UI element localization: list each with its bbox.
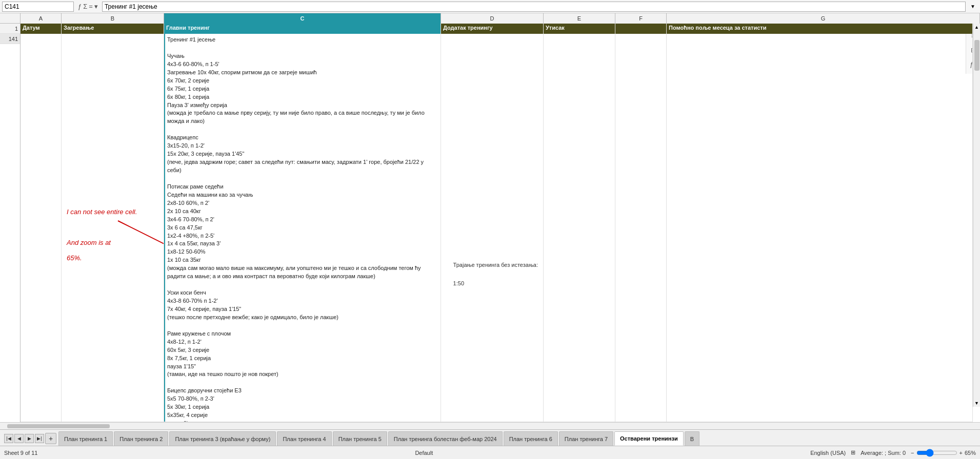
sheet-tab-3[interactable]: План тренинга 3 (враћање у форму) bbox=[169, 431, 276, 446]
cell-d141[interactable]: Трајање тренинга без истезања: 1:50 bbox=[441, 34, 544, 422]
sheet-tab-4[interactable]: План тренинга 4 bbox=[277, 431, 331, 446]
trailing-info-value: 1:50 bbox=[453, 280, 538, 286]
corner-cell bbox=[0, 13, 21, 23]
annotation-line3: 65%. bbox=[67, 254, 82, 262]
zoom-level: 65% bbox=[965, 450, 976, 456]
trailing-info-label: Трајање тренинга без истезања: bbox=[453, 262, 538, 268]
equals-icon[interactable]: = bbox=[89, 3, 93, 10]
header-cell-a: Датум bbox=[21, 24, 62, 34]
tab-last-btn[interactable]: ▶| bbox=[35, 434, 44, 443]
col-header-a[interactable]: A bbox=[21, 13, 62, 24]
zoom-slider[interactable] bbox=[916, 449, 957, 457]
zoom-control: − + 65% bbox=[911, 449, 976, 457]
row-num-1: 1 bbox=[0, 24, 20, 34]
formula-bar: ƒ Σ = ▾ ▼ bbox=[0, 0, 980, 13]
formula-expand-btn[interactable]: ▼ bbox=[968, 2, 978, 12]
tab-first-btn[interactable]: |◀ bbox=[4, 434, 13, 443]
zoom-out-btn[interactable]: − bbox=[911, 450, 914, 456]
status-right: English (USA) ⊞ Average: ; Sum: 0 − + 65… bbox=[810, 449, 976, 457]
cell-e141[interactable] bbox=[544, 34, 615, 422]
horizontal-scrollbar[interactable] bbox=[0, 422, 980, 429]
sheet-tab-7[interactable]: План тренинга 6 bbox=[504, 431, 558, 446]
col-header-f[interactable]: F bbox=[615, 13, 667, 24]
row-num-141: 141 bbox=[0, 34, 20, 44]
cell-c141[interactable]: Тренинг #1 јесење Чучањ 4х3-6 60-80%, п … bbox=[164, 34, 441, 422]
language-info: English (USA) bbox=[810, 450, 846, 456]
col-header-b[interactable]: B bbox=[62, 13, 164, 24]
col-header-g[interactable]: G bbox=[667, 13, 980, 24]
header-cell-c: Главни тренинг bbox=[164, 24, 441, 34]
trailing-info: Трајање тренинга без истезања: 1:50 bbox=[453, 249, 538, 299]
name-box[interactable] bbox=[2, 2, 74, 12]
sheet-tab-8[interactable]: План тренинга 7 bbox=[559, 431, 613, 446]
header-cell-f bbox=[615, 24, 667, 34]
svg-line-0 bbox=[118, 221, 164, 272]
sheet-tab-2[interactable]: План тренинга 2 bbox=[114, 431, 168, 446]
add-sheet-btn[interactable]: + bbox=[45, 433, 56, 444]
fx-icon[interactable]: ƒ bbox=[78, 3, 82, 10]
spreadsheet-grid: ≡ ⊞ ƒx A B C D E F G ▲ ▼ bbox=[0, 13, 980, 429]
row-numbers: 1 141 bbox=[0, 24, 21, 422]
header-cell-e: Утисак bbox=[544, 24, 615, 34]
stats-info: Average: ; Sum: 0 bbox=[861, 450, 906, 456]
scrollbar-thumb[interactable] bbox=[974, 40, 979, 71]
cell-b141[interactable]: I can not see entire cell. And zoom is a… bbox=[62, 34, 164, 422]
cell-g141[interactable] bbox=[667, 34, 973, 422]
tab-prev-btn[interactable]: ◀ bbox=[14, 434, 24, 443]
sheet-tab-1[interactable]: План тренинга 1 bbox=[58, 431, 113, 446]
header-cell-d: Додатак тренингу bbox=[441, 24, 544, 34]
col-header-c[interactable]: C bbox=[164, 13, 441, 24]
sheet-tab-6[interactable]: План тренинга болестан феб-мар 2024 bbox=[388, 431, 503, 446]
h-scrollbar-thumb[interactable] bbox=[7, 424, 110, 428]
header-row: Датум Загревање Главни тренинг Додатак т… bbox=[21, 24, 973, 34]
annotation-line1: I can not see entire cell. bbox=[67, 208, 137, 216]
vertical-scrollbar[interactable]: ▲ ▼ bbox=[973, 24, 980, 407]
header-cell-b: Загревање bbox=[62, 24, 164, 34]
annotation-arrow bbox=[113, 216, 164, 277]
column-headers: A B C D E F G bbox=[0, 13, 980, 24]
status-left: Sheet 9 of 11 bbox=[4, 450, 37, 456]
zoom-in-btn[interactable]: + bbox=[959, 450, 963, 456]
grid-cells: Датум Загревање Главни тренинг Додатак т… bbox=[21, 24, 973, 422]
cell-a141[interactable] bbox=[21, 34, 62, 422]
col-header-e[interactable]: E bbox=[544, 13, 615, 24]
sheet-tab-10[interactable]: B bbox=[685, 431, 699, 446]
page-view-icon[interactable]: ⊞ bbox=[851, 449, 855, 456]
header-cell-g: Помоћно поље месеца за статисти bbox=[667, 24, 973, 34]
col-header-d[interactable]: D bbox=[441, 13, 544, 24]
formula-input[interactable] bbox=[102, 2, 966, 12]
data-row-141: I can not see entire cell. And zoom is a… bbox=[21, 34, 973, 422]
cell-f141[interactable] bbox=[615, 34, 667, 422]
sheet-tab-5[interactable]: План тренинга 5 bbox=[333, 431, 387, 446]
formula-icons: ƒ Σ = ▾ bbox=[76, 3, 100, 10]
annotation-line2: And zoom is at bbox=[67, 239, 111, 246]
page-style: Default bbox=[415, 450, 433, 456]
sheet-tab-9[interactable]: Остварени тренинзи bbox=[614, 431, 684, 446]
separator: ▾ bbox=[94, 3, 98, 10]
sum-icon[interactable]: Σ bbox=[83, 3, 87, 10]
status-bar: Sheet 9 of 11 Default English (USA) ⊞ Av… bbox=[0, 446, 980, 459]
status-center: Default bbox=[48, 450, 800, 456]
tab-nav-controls: |◀ ◀ ▶ ▶| + bbox=[2, 431, 58, 446]
sheet-info: Sheet 9 of 11 bbox=[4, 450, 37, 456]
sheet-tabs-bar: |◀ ◀ ▶ ▶| + План тренинга 1 План тренинг… bbox=[0, 429, 980, 446]
tab-next-btn[interactable]: ▶ bbox=[25, 434, 34, 443]
